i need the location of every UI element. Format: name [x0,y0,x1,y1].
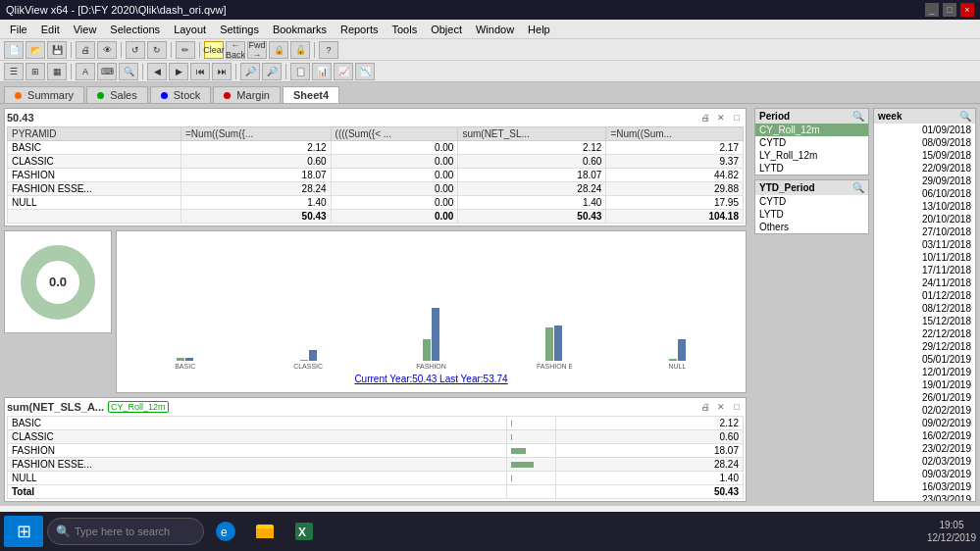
tb2-btn9[interactable]: ⏮ [190,63,210,80]
new-btn[interactable]: 📄 [4,41,24,59]
week-list-item[interactable]: 01/09/2018 [874,124,975,136]
tb2-btn6[interactable]: 🔍 [119,63,138,80]
week-list-item[interactable]: 13/10/2018 [874,200,975,213]
week-list-item[interactable]: 24/11/2018 [874,276,975,289]
period-filter-header[interactable]: Period 🔍 [755,109,868,124]
week-list-item[interactable]: 09/02/2019 [874,417,975,429]
week-list-item[interactable]: 22/09/2018 [874,162,975,175]
tb2-btn4[interactable]: A [76,63,95,80]
week-search-icon[interactable]: 🔍 [959,111,971,122]
tab-margin[interactable]: Margin [213,86,281,103]
ytd-filter-item[interactable]: CYTD [755,195,868,208]
tab-summary[interactable]: Summary [4,86,84,103]
close-button[interactable]: × [960,3,974,17]
week-list-item[interactable]: 20/10/2018 [874,213,975,225]
taskbar-excel-icon[interactable]: X [286,516,322,547]
tb2-btn8[interactable]: ▶ [169,63,188,80]
minimize-button[interactable]: _ [925,3,939,17]
widget-icon-max[interactable]: □ [730,111,744,125]
tb2-zoom[interactable]: 🔎 [240,63,260,80]
week-list-item[interactable]: 19/01/2019 [874,378,975,391]
week-list-item[interactable]: 23/02/2019 [874,442,975,455]
week-list-item[interactable]: 02/02/2019 [874,404,975,417]
menu-reports[interactable]: Reports [335,23,385,36]
menu-layout[interactable]: Layout [168,23,212,36]
period-filter-item[interactable]: LYTD [755,162,868,175]
tb2-btn14[interactable]: 📉 [355,63,375,80]
tb2-btn1[interactable]: ☰ [4,63,24,80]
tb2-zoom2[interactable]: 🔎 [262,63,282,80]
tb2-btn10[interactable]: ⏭ [212,63,232,80]
tb2-btn11[interactable]: 📋 [290,63,310,80]
week-list-item[interactable]: 15/12/2018 [874,315,975,327]
maximize-button[interactable]: □ [943,3,956,17]
widget-icon-print[interactable]: 🖨 [698,111,712,125]
lock-btn[interactable]: 🔒 [269,41,288,59]
print-btn[interactable]: 🖨 [76,41,95,59]
tb2-btn2[interactable]: ⊞ [26,63,45,80]
week-list-item[interactable]: 12/01/2019 [874,366,975,378]
week-list-item[interactable]: 02/03/2019 [874,455,975,468]
bar-chart-link[interactable]: Current Year:50.43 Last Year:53.74 [354,374,507,384]
week-list-item[interactable]: 16/02/2019 [874,429,975,442]
week-list-item[interactable]: 15/09/2018 [874,149,975,162]
tab-sheet4[interactable]: Sheet4 [283,86,339,103]
bottom-widget-max[interactable]: □ [730,400,744,414]
start-button[interactable]: ⊞ [4,516,43,547]
week-list-item[interactable]: 23/03/2019 [874,493,975,501]
menu-file[interactable]: File [4,23,33,36]
back-btn[interactable]: ← Back [226,41,245,59]
clear-btn[interactable]: Clear [204,41,224,59]
partial-reload-btn[interactable]: ↻ [147,41,167,59]
taskbar-search-box[interactable]: 🔍 Type here to search [47,518,204,545]
ytd-filter-item[interactable]: Others [755,221,868,233]
week-list-item[interactable]: 10/11/2018 [874,251,975,264]
edit-script-btn[interactable]: ✏ [176,41,195,59]
menu-tools[interactable]: Tools [386,23,423,36]
tb2-btn12[interactable]: 📊 [312,63,332,80]
unlock-btn[interactable]: 🔓 [290,41,310,59]
tab-sales[interactable]: Sales [86,86,148,103]
taskbar-explorer-icon[interactable] [247,516,283,547]
print-prev-btn[interactable]: 👁 [97,41,117,59]
save-btn[interactable]: 💾 [47,41,67,59]
week-list-item[interactable]: 03/11/2018 [874,238,975,251]
week-list-item[interactable]: 17/11/2018 [874,264,975,276]
week-list-item[interactable]: 09/03/2019 [874,468,975,480]
tab-stock[interactable]: Stock [150,86,212,103]
period-filter-item[interactable]: CYTD [755,136,868,149]
menu-bookmarks[interactable]: Bookmarks [267,23,333,36]
menu-object[interactable]: Object [425,23,468,36]
period-filter-item[interactable]: CY_Roll_12m [755,124,868,136]
week-list-item[interactable]: 27/10/2018 [874,225,975,238]
ytd-filter-item[interactable]: LYTD [755,208,868,221]
menu-selections[interactable]: Selections [104,23,166,36]
widget-icon-x[interactable]: ✕ [714,111,728,125]
week-list-item[interactable]: 08/12/2018 [874,302,975,315]
menu-window[interactable]: Window [470,23,520,36]
tb2-btn7[interactable]: ◀ [147,63,167,80]
help-btn[interactable]: ? [319,41,338,59]
menu-settings[interactable]: Settings [214,23,265,36]
week-list-item[interactable]: 22/12/2018 [874,327,975,340]
reload-btn[interactable]: ↺ [126,41,145,59]
week-list-item[interactable]: 26/01/2019 [874,391,975,404]
week-list-item[interactable]: 08/09/2018 [874,136,975,149]
menu-edit[interactable]: Edit [35,23,66,36]
ytd-search-icon[interactable]: 🔍 [852,182,864,193]
ytd-filter-header[interactable]: YTD_Period 🔍 [755,180,868,195]
week-list-item[interactable]: 05/01/2019 [874,353,975,366]
week-list-item[interactable]: 16/03/2019 [874,480,975,493]
week-list-item[interactable]: 06/10/2018 [874,187,975,200]
bottom-widget-x[interactable]: ✕ [714,400,728,414]
week-list-item[interactable]: 29/09/2018 [874,175,975,187]
taskbar-edge-icon[interactable]: e [208,516,243,547]
forward-btn[interactable]: Fwd → [247,41,267,59]
tb2-btn13[interactable]: 📈 [334,63,353,80]
menu-help[interactable]: Help [522,23,556,36]
bottom-widget-print[interactable]: 🖨 [698,400,712,414]
menu-view[interactable]: View [68,23,103,36]
open-btn[interactable]: 📂 [26,41,45,59]
week-list-item[interactable]: 01/12/2018 [874,289,975,302]
tb2-btn5[interactable]: ⌨ [97,63,117,80]
